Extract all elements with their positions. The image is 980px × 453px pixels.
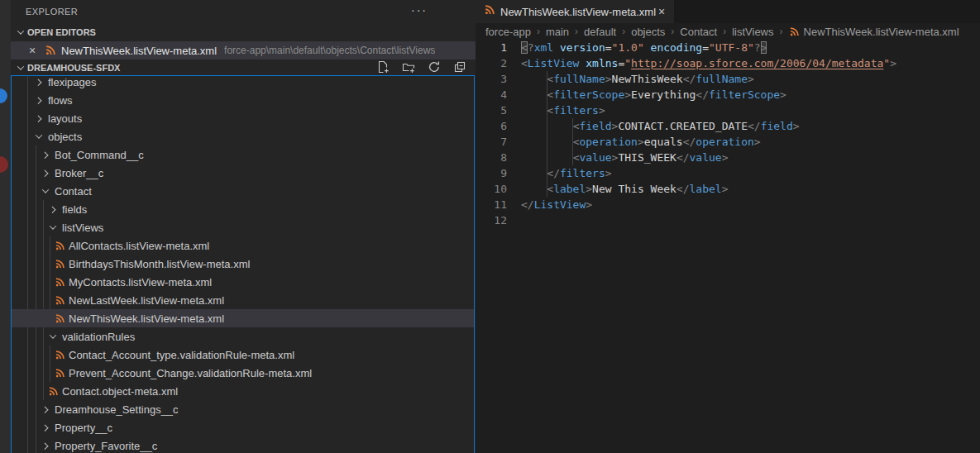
- tree-item-label: Contact_Account_type.validationRule-meta…: [69, 349, 294, 361]
- new-folder-icon[interactable]: [401, 60, 416, 74]
- indent-guide: [572, 118, 573, 165]
- xml-file-icon: [46, 386, 60, 397]
- tree-item-flows[interactable]: flows: [12, 91, 474, 109]
- tree-item-label: Broker__c: [55, 167, 103, 179]
- collapse-folders-icon[interactable]: [452, 60, 467, 74]
- tree-item-Dreamhouse_Settings__c[interactable]: Dreamhouse_Settings__c: [12, 400, 474, 418]
- open-editor-item[interactable]: × NewThisWeek.listView-meta.xml force-ap…: [11, 41, 476, 60]
- tree-item-Property__c[interactable]: Property__c: [12, 418, 474, 436]
- chevron-right-icon: [39, 148, 52, 161]
- chevron-down-icon: [32, 130, 45, 143]
- new-file-icon[interactable]: [375, 60, 390, 74]
- tree-item-Bot_Command__c[interactable]: Bot_Command__c: [12, 145, 474, 164]
- code-line-content: <value>THIS_WEEK</value>: [521, 150, 729, 165]
- tree-item-AllContacts.listView-meta.xml[interactable]: AllContacts.listView-meta.xml: [12, 236, 474, 255]
- tree-item-Contact_Account_type.validationRule-meta.xml[interactable]: Contact_Account_type.validationRule-meta…: [12, 346, 474, 364]
- breadcrumb-separator: ›: [575, 26, 578, 37]
- code-line[interactable]: 5 <filters>: [476, 103, 980, 118]
- code-editor[interactable]: 1<?xml version="1.0" encoding="UTF-8"?>2…: [476, 40, 980, 453]
- xml-file-icon: [53, 295, 66, 306]
- chevron-down-icon: [39, 184, 52, 198]
- code-line[interactable]: 9 </filters>: [476, 165, 980, 181]
- xml-file-icon: [53, 259, 66, 269]
- code-line[interactable]: 11</ListView>: [476, 197, 980, 212]
- code-line-content: <?xml version="1.0" encoding="UTF-8"?>: [521, 40, 767, 55]
- open-editor-filepath: force-app\main\default\objects\Contact\l…: [224, 45, 435, 56]
- code-line[interactable]: 1<?xml version="1.0" encoding="UTF-8"?>: [476, 40, 980, 55]
- breadcrumb-separator: ›: [537, 26, 540, 37]
- chevron-right-icon: [39, 166, 52, 179]
- close-icon[interactable]: ×: [656, 5, 667, 18]
- tree-item-MyContacts.listView-meta.xml[interactable]: MyContacts.listView-meta.xml: [12, 273, 474, 291]
- xml-file-icon: [53, 313, 66, 324]
- code-line[interactable]: 2<ListView xmlns="http://soap.sforce.com…: [476, 55, 980, 71]
- xml-file-icon: [53, 368, 66, 379]
- activity-bar: [0, 0, 11, 453]
- code-line[interactable]: 10 <label>New This Week</label>: [476, 181, 980, 197]
- tree-item-layouts[interactable]: layouts: [12, 109, 474, 127]
- tree-item-objects[interactable]: objects: [12, 127, 474, 145]
- tree-item-Contact[interactable]: Contact: [12, 182, 474, 200]
- code-line-content: <fullName>NewThisWeek</fullName>: [521, 71, 754, 87]
- tree-item-fields[interactable]: fields: [12, 200, 474, 218]
- code-line[interactable]: 4 <filterScope>Everything</filterScope>: [476, 87, 980, 103]
- tree-item-label: NewLastWeek.listView-meta.xml: [69, 294, 224, 307]
- tree-item-label: MyContacts.listView-meta.xml: [69, 276, 212, 288]
- breadcrumb-separator: ›: [622, 26, 625, 37]
- vscode-window: EXPLORER ··· OPEN EDITORS × NewThisWeek.…: [0, 0, 980, 453]
- tree-item-label: BirthdaysThisMonth.listView-meta.xml: [69, 258, 250, 270]
- tree-item-listViews[interactable]: listViews: [12, 218, 474, 236]
- tree-item-BirthdaysThisMonth.listView-meta.xml[interactable]: BirthdaysThisMonth.listView-meta.xml: [12, 255, 474, 273]
- code-line-content: <ListView xmlns="http://soap.sforce.com/…: [521, 55, 896, 71]
- breadcrumb-separator: ›: [780, 26, 783, 37]
- close-icon[interactable]: ×: [26, 44, 39, 57]
- chevron-down-icon: [46, 330, 60, 343]
- breadcrumb: force-app›main›default›objects›Contact›l…: [476, 23, 980, 40]
- breadcrumb-item-main[interactable]: main: [546, 26, 569, 38]
- open-editor-filename: NewThisWeek.listView-meta.xml: [61, 45, 217, 57]
- line-number: 10: [476, 181, 507, 197]
- code-line[interactable]: 12: [476, 212, 980, 228]
- xml-file-icon: [53, 350, 66, 360]
- tab-bar: NewThisWeek.listView-meta.xml ×: [476, 0, 980, 23]
- tree-item-validationRules[interactable]: validationRules: [12, 327, 474, 346]
- more-actions-icon[interactable]: ···: [409, 1, 429, 19]
- chevron-right-icon: [32, 112, 45, 125]
- tree-item-flexipages[interactable]: flexipages: [12, 75, 474, 91]
- breadcrumb-item-NewThisWeek.listView-meta.xml[interactable]: NewThisWeek.listView-meta.xml: [804, 26, 959, 38]
- tree-item-NewLastWeek.listView-meta.xml[interactable]: NewLastWeek.listView-meta.xml: [12, 291, 474, 309]
- code-line[interactable]: 8 <value>THIS_WEEK</value>: [476, 150, 980, 165]
- explorer-title: EXPLORER: [26, 7, 78, 17]
- tree-item-label: Contact.object-meta.xml: [62, 385, 178, 398]
- code-line[interactable]: 6 <field>CONTACT.CREATED_DATE</field>: [476, 118, 980, 134]
- breadcrumb-item-Contact[interactable]: Contact: [680, 26, 717, 38]
- tree-item-Property_Favorite__c[interactable]: Property_Favorite__c: [12, 436, 474, 453]
- tree-item-Prevent_Account_Change.validationRule-meta.xml[interactable]: Prevent_Account_Change.validationRule-me…: [12, 364, 474, 382]
- tree-item-NewThisWeek.listView-meta.xml[interactable]: NewThisWeek.listView-meta.xml: [12, 309, 474, 327]
- explorer-sidebar: EXPLORER ··· OPEN EDITORS × NewThisWeek.…: [11, 0, 476, 453]
- code-line-content: <operation>equals</operation>: [521, 134, 761, 150]
- breadcrumb-item-objects[interactable]: objects: [631, 26, 665, 38]
- open-editors-header[interactable]: OPEN EDITORS: [11, 24, 476, 41]
- tree-item-Contact.object-meta.xml[interactable]: Contact.object-meta.xml: [12, 382, 474, 400]
- breadcrumb-item-listViews[interactable]: listViews: [732, 26, 773, 38]
- code-line[interactable]: 7 <operation>equals</operation>: [476, 134, 980, 150]
- tab-newthisweek[interactable]: NewThisWeek.listView-meta.xml ×: [476, 0, 674, 23]
- breadcrumb-item-force-app[interactable]: force-app: [485, 26, 531, 38]
- tree-item-label: AllContacts.listView-meta.xml: [69, 240, 209, 252]
- chevron-down-icon: [46, 221, 60, 234]
- breadcrumb-separator: ›: [723, 26, 726, 37]
- line-number: 9: [476, 165, 507, 181]
- refresh-explorer-icon[interactable]: [427, 60, 442, 74]
- code-line-content: <label>New This Week</label>: [521, 181, 728, 197]
- chevron-right-icon: [32, 75, 45, 88]
- breadcrumb-item-default[interactable]: default: [584, 26, 616, 38]
- line-number: 4: [476, 87, 507, 103]
- tree-item-label: listViews: [62, 222, 103, 234]
- code-line-content: </filters>: [521, 165, 612, 181]
- tree-item-Broker__c[interactable]: Broker__c: [12, 164, 474, 182]
- code-line[interactable]: 3 <fullName>NewThisWeek</fullName>: [476, 71, 980, 87]
- tree-item-label: Prevent_Account_Change.validationRule-me…: [69, 367, 312, 379]
- line-number: 1: [476, 40, 507, 55]
- tree-item-label: flexipages: [48, 76, 97, 88]
